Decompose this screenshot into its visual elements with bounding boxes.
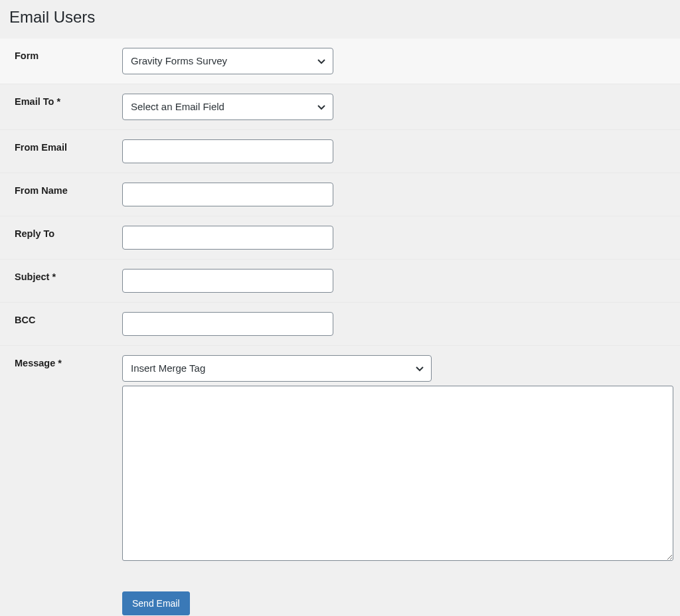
form-row-from-email: From Email [0,130,680,173]
merge-tag-select[interactable]: Insert Merge Tag [122,355,432,382]
form-row-reply-to: Reply To [0,216,680,260]
message-label: Message * [0,346,122,574]
send-email-button[interactable]: Send Email [122,591,190,615]
form-row-subject: Subject * [0,260,680,303]
form-row-from-name: From Name [0,173,680,216]
form-select[interactable]: Gravity Forms Survey [122,48,333,74]
from-email-input[interactable] [122,139,333,163]
email-to-label: Email To * [0,84,122,130]
from-email-label: From Email [0,130,122,173]
from-name-label: From Name [0,173,122,216]
bcc-input[interactable] [122,312,333,336]
email-to-select[interactable]: Select an Email Field [122,94,333,120]
page-title: Email Users [0,0,680,38]
subject-label: Subject * [0,260,122,303]
form-row-bcc: BCC [0,303,680,346]
form-row-form: Form Gravity Forms Survey [0,38,680,84]
from-name-input[interactable] [122,183,333,206]
form-row-email-to: Email To * Select an Email Field [0,84,680,130]
reply-to-input[interactable] [122,226,333,250]
message-textarea[interactable] [122,386,673,561]
submit-row: Send Email [0,573,680,616]
form-label: Form [0,38,122,84]
form-row-message: Message * Insert Merge Tag [0,346,680,574]
subject-input[interactable] [122,269,333,293]
email-form-table: Form Gravity Forms Survey Email To * Sel… [0,38,680,573]
reply-to-label: Reply To [0,216,122,260]
bcc-label: BCC [0,303,122,346]
